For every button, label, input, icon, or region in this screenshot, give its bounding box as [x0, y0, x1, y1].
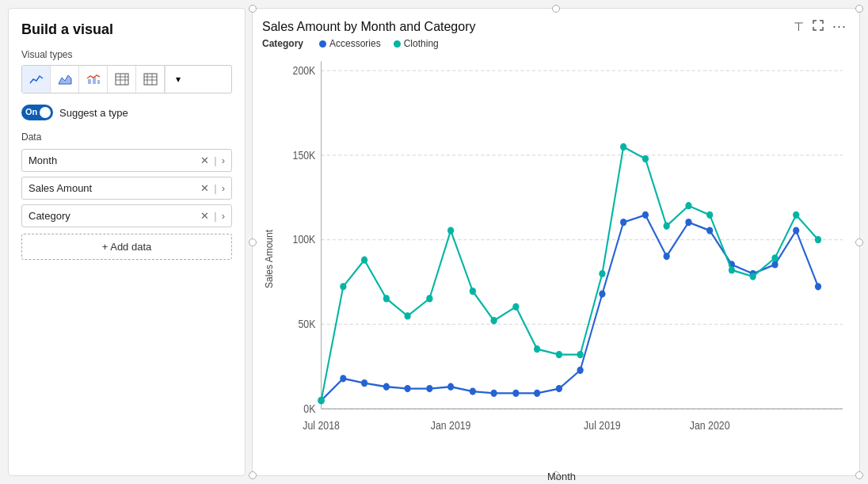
acc-dot-21: [771, 261, 778, 268]
field-month-actions: ✕ | ›: [200, 154, 225, 166]
cloth-dot-5: [426, 295, 432, 302]
add-data-button[interactable]: + Add data: [21, 234, 232, 260]
field-sales-remove[interactable]: ✕: [200, 182, 209, 194]
data-section-label: Data: [21, 131, 232, 143]
legend-accessories: Accessories: [319, 38, 381, 49]
field-sales-arrow[interactable]: ›: [222, 182, 225, 194]
acc-dot-18: [706, 227, 713, 234]
visual-types-label: Visual types: [21, 49, 232, 60]
acc-dot-5: [426, 385, 432, 392]
acc-dot-13: [599, 290, 605, 297]
svg-rect-3: [97, 80, 100, 84]
chart-inner: 200K 150K 100K 50K 0K: [276, 52, 847, 466]
chart-panel: Sales Amount by Month and Category ⊤ ···…: [252, 8, 860, 476]
svg-marker-0: [59, 75, 71, 84]
svg-rect-9: [144, 74, 157, 85]
resize-handle-mr[interactable]: [855, 238, 863, 246]
acc-dot-12: [577, 367, 584, 374]
field-sales-actions: ✕ | ›: [200, 182, 225, 194]
acc-dot-14: [620, 219, 626, 226]
acc-dot-15: [642, 212, 649, 219]
acc-dot-2: [361, 379, 367, 387]
acc-dot-10: [534, 390, 540, 397]
suggest-toggle[interactable]: On: [21, 105, 53, 120]
acc-dot-17: [685, 219, 691, 226]
resize-handle-tr[interactable]: [855, 5, 863, 13]
line-chart-icon[interactable]: [22, 66, 51, 93]
legend-clothing: Clothing: [394, 38, 439, 49]
acc-dot-11: [556, 385, 562, 392]
cloth-dot-20: [750, 272, 756, 280]
cloth-dot-1: [340, 283, 346, 290]
svg-text:Jan 2020: Jan 2020: [690, 419, 730, 432]
cloth-dot-18: [706, 212, 713, 219]
cloth-dot-6: [447, 227, 454, 234]
acc-dot-3: [383, 383, 390, 391]
chart-title: Sales Amount by Month and Category: [262, 20, 476, 34]
area-chart-icon[interactable]: [51, 66, 79, 93]
svg-text:200K: 200K: [293, 64, 316, 77]
expand-icon[interactable]: [812, 19, 824, 34]
svg-rect-4: [116, 74, 128, 85]
cloth-dot-9: [512, 303, 519, 311]
field-category-arrow[interactable]: ›: [222, 210, 225, 222]
visual-types-dropdown[interactable]: ▾: [165, 66, 190, 93]
suggest-type-row: On Suggest a type: [21, 105, 232, 120]
more-icon[interactable]: ···: [832, 18, 847, 35]
accessories-dot: [319, 40, 326, 48]
svg-text:50K: 50K: [298, 318, 315, 330]
resize-handle-tl[interactable]: [249, 5, 257, 13]
cloth-dot-0: [318, 397, 324, 404]
visual-types-section: Visual types: [21, 49, 232, 93]
cloth-dot-22: [793, 212, 799, 219]
toggle-knob: [40, 107, 51, 118]
clothing-dot: [394, 40, 401, 48]
svg-rect-1: [88, 79, 91, 84]
visual-types-selector: ▾: [21, 65, 232, 93]
field-month: Month ✕ | ›: [21, 149, 232, 172]
accessories-line: [322, 215, 818, 400]
resize-handle-ml[interactable]: [249, 238, 257, 246]
cloth-dot-13: [599, 270, 605, 277]
cloth-dot-3: [383, 295, 390, 302]
cloth-dot-23: [815, 236, 821, 243]
svg-text:0K: 0K: [303, 402, 315, 415]
table-icon[interactable]: [108, 66, 136, 93]
y-axis-label: Sales Amount: [262, 52, 276, 466]
chart-svg: 200K 150K 100K 50K 0K: [276, 52, 847, 466]
clothing-line: [322, 147, 818, 400]
resize-handle-br[interactable]: [855, 471, 863, 479]
filter-icon[interactable]: ⊤: [794, 20, 804, 34]
field-category-actions: ✕ | ›: [200, 210, 225, 222]
combo-chart-icon[interactable]: [79, 66, 108, 93]
acc-dot-16: [664, 253, 670, 260]
cloth-dot-19: [729, 266, 735, 273]
svg-text:Jul 2019: Jul 2019: [584, 419, 621, 432]
acc-dot-6: [447, 383, 454, 391]
cloth-dot-11: [556, 351, 562, 358]
svg-text:Jan 2019: Jan 2019: [431, 419, 471, 432]
field-month-remove[interactable]: ✕: [200, 154, 209, 166]
matrix-icon[interactable]: [136, 66, 165, 93]
field-category-label: Category: [29, 210, 200, 222]
toggle-on-label: On: [25, 107, 37, 116]
resize-handle-tc[interactable]: [552, 5, 560, 13]
acc-dot-8: [491, 390, 497, 397]
acc-dot-7: [470, 387, 476, 394]
cloth-dot-15: [642, 155, 649, 162]
field-month-arrow[interactable]: ›: [222, 154, 225, 166]
field-category-remove[interactable]: ✕: [200, 210, 209, 222]
acc-dot-1: [340, 375, 346, 382]
cloth-dot-14: [620, 143, 626, 151]
acc-dot-9: [512, 390, 519, 397]
acc-dot-22: [793, 227, 799, 234]
build-visual-panel: Build a visual Visual types: [8, 8, 246, 476]
panel-title: Build a visual: [21, 21, 232, 38]
clothing-label: Clothing: [404, 38, 439, 49]
field-sales-label: Sales Amount: [29, 182, 200, 194]
chart-header: Sales Amount by Month and Category ⊤ ···: [262, 18, 847, 35]
resize-handle-bl[interactable]: [249, 471, 257, 479]
cloth-dot-10: [534, 345, 540, 353]
chart-area: Sales Amount 200K 150K 100K 50K 0K: [262, 52, 847, 466]
cloth-dot-2: [361, 257, 367, 264]
